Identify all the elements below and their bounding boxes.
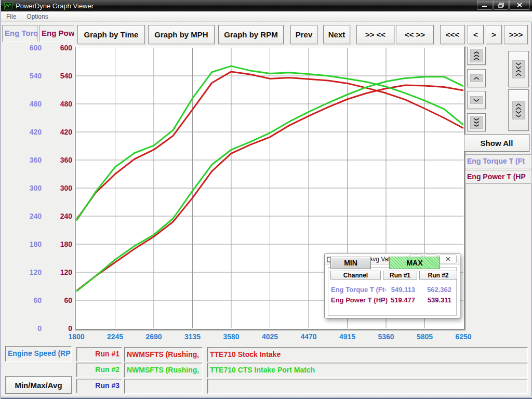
run2-source[interactable]: NWMSFTS (Rushing, [124, 363, 203, 378]
menu-options[interactable]: Options [21, 12, 53, 21]
minmax-close-button[interactable] [439, 255, 457, 263]
scroll-top-icon [470, 49, 483, 62]
x-tick-label: 5805 [417, 332, 433, 341]
y-tick-label-power: 0 [50, 324, 72, 332]
run2-label[interactable]: Run #2 [76, 363, 122, 377]
scroll-bottom-button[interactable] [467, 113, 486, 131]
x-tick-label: 2690 [145, 332, 162, 341]
y-tick-label-torque: 60 [20, 296, 42, 304]
y-tick-label-torque: 420 [20, 128, 42, 136]
window-title: PowerDyne Graph Viewer [16, 2, 94, 10]
scroll-far-right-button[interactable]: >>> [504, 25, 528, 44]
y-tick-label-torque: 120 [20, 268, 42, 276]
window-bottom-border [1, 396, 532, 399]
x-tick-label: 5360 [378, 332, 394, 341]
powerdyne-window: PowerDyne Graph Viewer File Options [0, 0, 532, 399]
y-tick-label-power: 240 [50, 212, 72, 220]
zoom-in-horizontal-button[interactable]: >> << [356, 25, 394, 44]
power-channel-label[interactable]: Eng Power T (HP [465, 170, 531, 184]
y-tick-label-power: 120 [50, 268, 72, 276]
minmaxavg-button[interactable]: Min/Max/Avg [5, 376, 72, 394]
y-tick-label-power: 420 [50, 128, 72, 136]
y-tick-label-torque: 600 [20, 44, 42, 52]
zoom-out-horizontal-button[interactable]: << >> [396, 25, 434, 44]
run2-column-header[interactable]: Run #2 [419, 271, 457, 280]
minimize-icon [482, 3, 487, 7]
close-icon [517, 3, 522, 7]
minmax-value: 539.311 [419, 296, 451, 304]
app-icon [4, 2, 12, 9]
minmax-value: 519.477 [383, 296, 415, 304]
scroll-up-icon [470, 74, 483, 82]
scroll-far-left-button[interactable]: <<< [440, 25, 465, 44]
x-tick-label: 4025 [262, 332, 278, 341]
zoom-out-vertical-button[interactable] [508, 89, 529, 131]
min-button[interactable]: MIN [330, 257, 371, 269]
minimize-button[interactable] [477, 1, 493, 10]
y-tick-label-torque: 180 [20, 240, 42, 248]
y-tick-label-torque: 300 [20, 184, 42, 192]
y-tick-label-power: 540 [50, 72, 72, 80]
scroll-right-button[interactable]: > [486, 25, 502, 44]
next-button[interactable]: Next [323, 25, 350, 44]
zoom-in-vertical-button[interactable] [508, 51, 529, 87]
minmax-window[interactable]: Min / Max / Avg Valu... MIN MAX Channel [324, 253, 460, 318]
scroll-up-button[interactable] [467, 69, 486, 87]
minmax-row-channel: Eng Power T (HP) [331, 296, 388, 304]
y-tick-label-torque: 360 [20, 156, 42, 164]
run3-description[interactable] [207, 379, 528, 394]
menu-bar: File Options [1, 11, 532, 22]
tab-eng-power-axis[interactable]: Eng Powe [39, 25, 74, 42]
y-tick-label-power: 480 [50, 100, 72, 108]
graph-by-mph-button[interactable]: Graph by MPH [148, 25, 215, 44]
channel-column-header[interactable]: Channel [330, 271, 381, 280]
x-tick-label: 3580 [223, 332, 239, 341]
x-axis-channel-label[interactable]: Engine Speed (RP [5, 346, 72, 362]
graph-by-rpm-button[interactable]: Graph by RPM [218, 25, 284, 44]
minmax-row-channel: Eng Torque T (Ft- [331, 286, 387, 294]
x-tick-label: 3135 [184, 332, 201, 341]
minmax-value: 562.362 [419, 286, 451, 294]
run2-description[interactable]: TTE710 CTS Intake Port Match [207, 363, 528, 378]
scroll-left-button[interactable]: < [468, 25, 484, 44]
tab-eng-torque-axis[interactable]: Eng Torq [2, 25, 38, 42]
y-tick-label-power: 600 [50, 44, 72, 52]
run1-column-header[interactable]: Run #1 [383, 271, 417, 280]
x-tick-label: 1800 [68, 332, 84, 341]
run3-label[interactable]: Run #3 [76, 379, 122, 393]
scroll-bottom-icon [470, 116, 483, 129]
y-tick-label-power: 180 [50, 240, 72, 248]
run1-source[interactable]: NWMSFTS (Rushing, [124, 347, 203, 362]
x-tick-label: 6250 [455, 332, 471, 341]
y-tick-label-torque: 0 [20, 324, 42, 332]
y-tick-label-torque: 240 [20, 212, 42, 220]
run1-label[interactable]: Run #1 [76, 347, 122, 362]
scroll-down-button[interactable] [467, 91, 486, 109]
maximize-icon [498, 3, 504, 8]
run1-description[interactable]: TTE710 Stock Intake [207, 347, 528, 362]
x-tick-label: 2245 [107, 332, 123, 341]
max-button[interactable]: MAX [389, 257, 440, 269]
torque-channel-label[interactable]: Eng Torque T (Ft [465, 154, 531, 168]
graph-by-time-button[interactable]: Graph by Time [77, 25, 145, 44]
close-icon [446, 257, 450, 261]
minmax-value: 549.113 [383, 286, 415, 294]
y-tick-label-torque: 540 [20, 72, 42, 80]
show-all-button[interactable]: Show All [464, 134, 529, 152]
zoom-out-vertical-icon [512, 101, 525, 119]
y-tick-label-power: 60 [50, 296, 72, 304]
maximize-button[interactable] [493, 1, 509, 10]
title-bar[interactable]: PowerDyne Graph Viewer [1, 0, 532, 11]
run3-source[interactable] [124, 379, 203, 394]
y-tick-label-power: 360 [50, 156, 72, 164]
scroll-down-icon [470, 96, 483, 104]
zoom-in-vertical-icon [512, 60, 525, 78]
x-tick-label: 4470 [300, 332, 316, 341]
scroll-top-button[interactable] [467, 47, 486, 65]
y-tick-label-power: 300 [50, 184, 72, 192]
close-button[interactable] [509, 1, 530, 10]
menu-file[interactable]: File [1, 12, 21, 21]
prev-button[interactable]: Prev [290, 25, 317, 44]
x-tick-label: 4915 [339, 332, 355, 341]
y-tick-label-torque: 480 [20, 100, 42, 108]
